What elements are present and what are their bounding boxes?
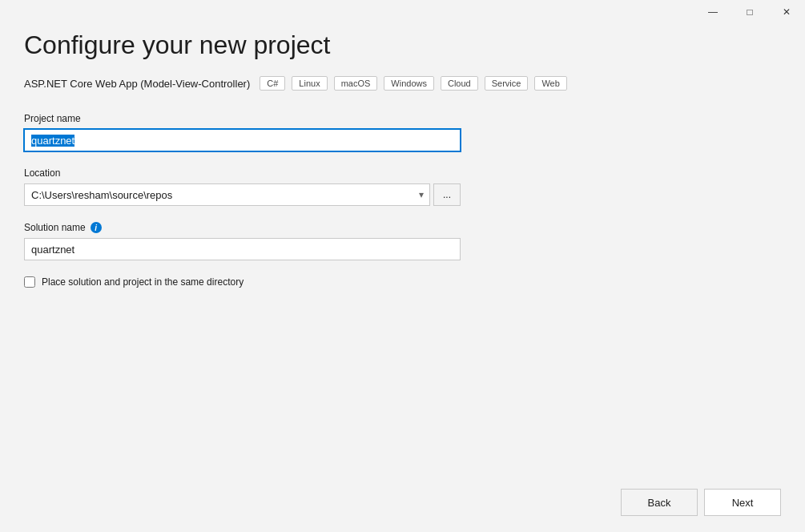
tag-csharp: C# bbox=[260, 76, 285, 91]
location-group: Location C:\Users\resham\source\repos ..… bbox=[24, 167, 781, 206]
solution-name-group: Solution name i bbox=[24, 222, 781, 260]
back-button[interactable]: Back bbox=[621, 489, 698, 516]
tag-web: Web bbox=[534, 76, 566, 91]
location-select-wrapper: C:\Users\resham\source\repos bbox=[24, 183, 430, 206]
tag-cloud: Cloud bbox=[441, 76, 478, 91]
same-directory-label[interactable]: Place solution and project in the same d… bbox=[42, 276, 244, 288]
bottom-bar: Back Next bbox=[24, 476, 781, 516]
project-name-label: Project name bbox=[24, 113, 781, 124]
project-name-group: Project name bbox=[24, 113, 781, 151]
tag-macos: macOS bbox=[334, 76, 378, 91]
location-select[interactable]: C:\Users\resham\source\repos bbox=[24, 183, 430, 206]
tags-row: ASP.NET Core Web App (Model-View-Control… bbox=[24, 76, 781, 91]
main-content: Configure your new project ASP.NET Core … bbox=[0, 0, 805, 532]
solution-name-label: Solution name bbox=[24, 222, 86, 233]
tag-windows: Windows bbox=[384, 76, 434, 91]
tag-linux: Linux bbox=[292, 76, 327, 91]
form-area: Project name Location C:\Users\resham\so… bbox=[24, 113, 781, 476]
project-type-label: ASP.NET Core Web App (Model-View-Control… bbox=[24, 78, 250, 90]
checkbox-row: Place solution and project in the same d… bbox=[24, 276, 781, 288]
location-row: C:\Users\resham\source\repos ... bbox=[24, 183, 781, 206]
tag-service: Service bbox=[485, 76, 529, 91]
solution-name-label-row: Solution name i bbox=[24, 222, 781, 233]
next-button[interactable]: Next bbox=[704, 489, 781, 516]
location-label: Location bbox=[24, 167, 781, 179]
solution-name-input[interactable] bbox=[24, 238, 461, 260]
project-name-input[interactable] bbox=[24, 129, 461, 151]
page-title: Configure your new project bbox=[24, 30, 781, 60]
same-directory-checkbox[interactable] bbox=[24, 276, 35, 288]
browse-button[interactable]: ... bbox=[433, 183, 461, 206]
solution-name-info-icon[interactable]: i bbox=[91, 222, 102, 233]
